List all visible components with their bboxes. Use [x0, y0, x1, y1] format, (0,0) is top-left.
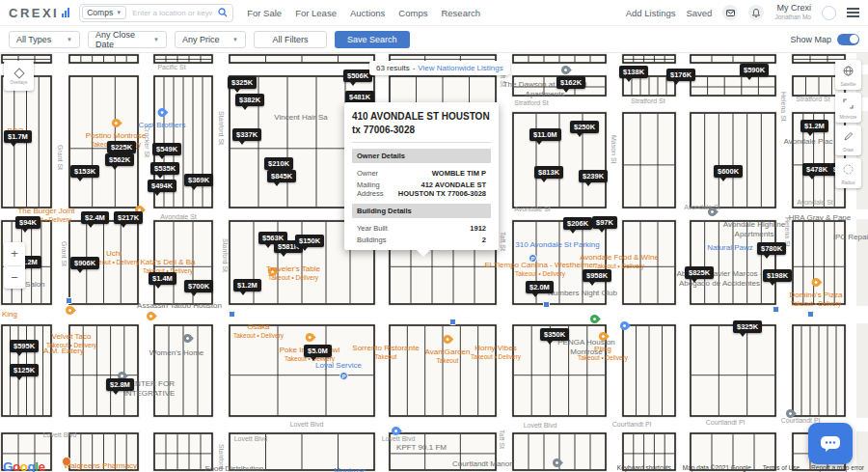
- messages-button[interactable]: [722, 5, 738, 20]
- price-tag[interactable]: $369K: [184, 174, 213, 186]
- price-tag[interactable]: $906K: [70, 257, 99, 269]
- chevron-down-icon: ▼: [116, 10, 122, 15]
- attribution-report-a-map-error[interactable]: Report a map error: [811, 464, 864, 471]
- satellite-button[interactable]: Satellite: [835, 60, 861, 90]
- zoom-in-button[interactable]: +: [4, 242, 25, 265]
- minimize-button[interactable]: Minimize: [835, 93, 861, 123]
- price-tag[interactable]: $217K: [114, 211, 143, 224]
- price-tag[interactable]: $250K: [570, 121, 599, 133]
- price-tag[interactable]: $478K: [802, 163, 831, 176]
- nav-link-auctions[interactable]: Auctions: [350, 8, 385, 18]
- add-listings-link[interactable]: Add Listings: [626, 8, 676, 18]
- poi-pin-icon: [442, 333, 454, 346]
- map-canvas[interactable]: 63 results - View Nationwide Listings 41…: [0, 53, 868, 472]
- poi-name: AvantGarden: [425, 347, 471, 357]
- poi-montrose: Montrose: [334, 466, 366, 472]
- price-tag[interactable]: $350K: [540, 328, 569, 341]
- poi-name: Loyal Service: [315, 361, 362, 371]
- nav-link-for-lease[interactable]: For Lease: [295, 8, 337, 18]
- nav-link-for-sale[interactable]: For Sale: [247, 8, 282, 18]
- nav-link-research[interactable]: Research: [441, 8, 480, 18]
- chat-button[interactable]: [808, 423, 853, 464]
- price-tag[interactable]: $958K: [583, 269, 611, 282]
- poi-name: Numbers Night Club: [548, 289, 617, 298]
- overlays-button[interactable]: Overlays: [4, 61, 34, 91]
- price-tag[interactable]: $162K: [556, 76, 585, 89]
- search-input[interactable]: [130, 8, 214, 18]
- price-tag[interactable]: $198K: [763, 269, 792, 282]
- all-filters-button[interactable]: All Filters: [254, 31, 327, 48]
- price-tag[interactable]: $2.0M: [526, 281, 554, 293]
- price-tag[interactable]: $2.4M: [81, 211, 109, 224]
- price-tag[interactable]: $600K: [714, 165, 743, 178]
- crexi-logo[interactable]: CREXI: [9, 6, 69, 20]
- show-map-toggle[interactable]: [837, 34, 859, 45]
- zoom-control: + −: [4, 242, 25, 289]
- save-search-button[interactable]: Save Search: [335, 31, 410, 48]
- price-tag[interactable]: $325K: [228, 76, 257, 89]
- price-tag[interactable]: $494K: [148, 180, 176, 192]
- street-label-avondale-st: Avondale St: [514, 206, 551, 212]
- price-tag[interactable]: $845K: [267, 170, 296, 182]
- price-tag[interactable]: $780K: [757, 242, 786, 255]
- price-tag[interactable]: $1.2M: [800, 120, 828, 132]
- google-logo-letter: o: [20, 459, 28, 472]
- poi-name: Courtlandt Manor: [452, 459, 512, 469]
- price-tag[interactable]: $595K: [10, 340, 39, 352]
- price-tag[interactable]: $1.4M: [149, 272, 176, 285]
- minimize-icon: [843, 96, 854, 113]
- poi-name: Cost Brothers: [139, 121, 186, 130]
- transit-stop-icon: [543, 301, 550, 308]
- price-tag[interactable]: $382K: [235, 94, 264, 106]
- filter-dropdown-any-close-date[interactable]: Any Close Date▼: [88, 31, 167, 48]
- avatar[interactable]: [822, 6, 836, 20]
- price-tag[interactable]: $150K: [295, 235, 324, 247]
- price-tag[interactable]: $5.0M: [304, 345, 332, 357]
- filter-dropdown-any-price[interactable]: Any Price▼: [175, 31, 246, 48]
- view-nationwide-link[interactable]: View Nationwide Listings: [418, 64, 502, 72]
- poi-kpft-90-1-fm: KPFT 90.1 FM: [396, 443, 447, 453]
- attribution-keyboard-shortcuts[interactable]: Keyboard shortcuts: [617, 464, 671, 471]
- price-tag[interactable]: $506K: [343, 69, 372, 82]
- gray-pin-icon: [183, 334, 192, 347]
- price-tag[interactable]: $239K: [579, 170, 608, 182]
- price-tag[interactable]: $1.7M: [4, 130, 32, 143]
- price-tag[interactable]: $535K: [150, 162, 179, 175]
- price-tag[interactable]: $125K: [10, 364, 39, 376]
- price-tag[interactable]: $138K: [619, 66, 648, 78]
- search-scope-dropdown[interactable]: Comps ▼: [82, 6, 126, 19]
- price-tag[interactable]: $825K: [685, 266, 714, 279]
- hamburger-menu-icon[interactable]: [847, 8, 859, 17]
- price-tag[interactable]: $176K: [666, 69, 695, 81]
- popup-row-year-built: Year Built1912: [352, 220, 491, 233]
- price-tag[interactable]: $1.2M: [233, 279, 261, 292]
- price-tag[interactable]: $549K: [152, 143, 181, 155]
- zoom-out-button[interactable]: −: [4, 266, 25, 290]
- filter-dropdown-all-types[interactable]: All Types▼: [9, 31, 80, 48]
- price-tag[interactable]: $94K: [15, 216, 41, 229]
- poi-name: Montrose: [334, 466, 366, 472]
- price-tag[interactable]: $206K: [563, 217, 592, 230]
- price-tag[interactable]: $337K: [232, 128, 261, 141]
- user-menu[interactable]: My Crexi Jonathan Mo: [774, 4, 811, 20]
- location-search[interactable]: Comps ▼: [79, 4, 233, 22]
- notifications-button[interactable]: [748, 5, 764, 20]
- price-tag[interactable]: $590K: [740, 64, 769, 76]
- nav-link-comps[interactable]: Comps: [398, 8, 427, 18]
- filter-dropdown-label: Any Close Date: [95, 30, 153, 49]
- search-icon[interactable]: [218, 8, 228, 17]
- price-tag[interactable]: $2.8M: [106, 378, 134, 391]
- draw-button[interactable]: Draw: [835, 125, 861, 155]
- price-tag[interactable]: $210K: [264, 157, 293, 170]
- saved-link[interactable]: Saved: [686, 8, 712, 18]
- radius-button[interactable]: Radius: [835, 158, 861, 188]
- price-tag[interactable]: $225K: [107, 141, 136, 153]
- price-tag[interactable]: $325K: [733, 320, 762, 333]
- price-tag[interactable]: $700K: [184, 280, 213, 292]
- price-tag[interactable]: $153K: [70, 165, 99, 178]
- price-tag[interactable]: $97K: [592, 216, 617, 229]
- price-tag[interactable]: $813K: [534, 166, 563, 179]
- price-tag[interactable]: $562K: [105, 153, 134, 166]
- attribution-terms-of-use[interactable]: Terms of Use: [763, 464, 800, 471]
- price-tag[interactable]: $11.0M: [529, 128, 561, 141]
